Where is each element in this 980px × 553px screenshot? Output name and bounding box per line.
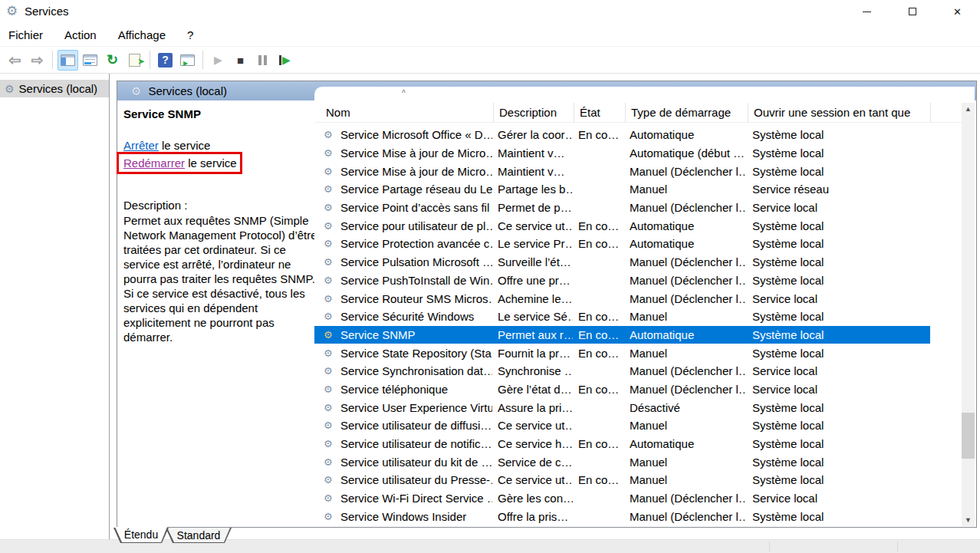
cell-type-demarrage: Manuel (Déclencher l… <box>624 165 747 178</box>
table-row[interactable]: ⚙ Service User Experience Virtu… Assure … <box>314 398 930 416</box>
service-details: Service SNMP Arrêter le service Redémarr… <box>123 107 320 120</box>
column-header-type-demarrage[interactable]: Type de démarrage <box>625 103 748 122</box>
cell-description: Ce service h… <box>492 437 573 450</box>
properties-button[interactable] <box>80 50 100 71</box>
cell-type-demarrage: Manuel <box>624 347 747 360</box>
table-row[interactable]: ⚙ Service State Repository (Sta… Fournit… <box>314 344 930 362</box>
refresh-icon: ↻ <box>107 53 118 67</box>
table-row[interactable]: ⚙ Service Synchronisation dat… Synchroni… <box>314 362 930 380</box>
cell-description: Ce service ut… <box>492 473 573 486</box>
scrollbar-thumb[interactable] <box>962 413 975 459</box>
table-row[interactable]: ⚙ Service PushToInstall de Win… Offre un… <box>314 272 930 290</box>
cell-etat: En co… <box>573 437 624 450</box>
menu-action[interactable]: Action <box>54 23 107 46</box>
cell-nom: Service téléphonique <box>340 383 492 396</box>
maximize-button[interactable] <box>890 0 935 23</box>
service-gear-icon: ⚙ <box>324 202 336 212</box>
service-gear-icon: ⚙ <box>324 239 336 249</box>
menu-affichage[interactable]: Affichage <box>107 23 176 46</box>
table-row[interactable]: ⚙ Service utilisateur du Presse-… Ce ser… <box>314 471 930 489</box>
tab-etendu[interactable]: Étendu <box>113 528 169 543</box>
start-service-button[interactable]: ▶ <box>208 50 229 71</box>
table-row[interactable]: ⚙ Service Microsoft Office « D… Gérer la… <box>314 126 930 144</box>
minimize-button[interactable] <box>844 0 890 23</box>
tab-standard[interactable]: Standard <box>166 528 232 543</box>
cell-type-demarrage: Manuel (Déclencher l… <box>624 274 747 287</box>
restart-service-link[interactable]: Redémarrer <box>123 156 185 170</box>
service-gear-icon: ⚙ <box>324 493 336 503</box>
column-header-etat[interactable]: État <box>574 103 625 122</box>
service-gear-icon: ⚙ <box>324 275 336 285</box>
table-row[interactable]: ⚙ Service Partage réseau du Le… Partage … <box>314 180 930 199</box>
show-action-pane-button[interactable]: ▶ <box>177 50 198 71</box>
selected-service-name: Service SNMP <box>123 107 320 120</box>
cell-nom: Service Microsoft Office « D… <box>340 128 492 141</box>
tab-standard-label: Standard <box>166 528 231 542</box>
table-row[interactable]: ⚙ Service utilisateur de diffusi… Ce ser… <box>314 416 930 435</box>
cell-nom: Service State Repository (Sta… <box>340 347 492 360</box>
table-row[interactable]: ⚙ Service pour utilisateur de pl… Ce ser… <box>314 216 930 235</box>
cell-nom: Service Synchronisation dat… <box>340 364 492 377</box>
table-row[interactable]: ⚙ Service Protection avancée c… Le servi… <box>314 235 930 253</box>
refresh-button[interactable]: ↻ <box>102 50 123 71</box>
show-console-tree-button[interactable] <box>58 50 78 71</box>
pause-service-button[interactable] <box>252 50 273 71</box>
column-header-description[interactable]: Description <box>493 103 574 122</box>
column-header-nom[interactable]: Nom <box>314 103 493 122</box>
cell-description: Ce service ut… <box>492 419 573 432</box>
table-row[interactable]: ⚙ Service Routeur SMS Micros… Achemine l… <box>314 289 930 308</box>
menu-fichier[interactable]: Fichier <box>0 23 54 46</box>
cell-type-demarrage: Automatique (début … <box>624 146 747 160</box>
table-row[interactable]: ⚙ Service Windows Insider Offre la pris…… <box>314 507 930 525</box>
table-row[interactable]: ⚙ Service téléphonique Gère l’état d… En… <box>314 380 930 399</box>
toolbar-separator <box>150 51 150 69</box>
export-list-button[interactable]: ➤ <box>124 50 145 71</box>
cell-description: Le service Pr… <box>492 237 573 250</box>
cell-nom: Service utilisateur du Presse-… <box>340 473 492 486</box>
menu-help[interactable]: ? <box>176 23 204 46</box>
service-gear-icon: ⚙ <box>324 184 336 194</box>
table-row[interactable]: ⚙ Service SNMP Permet aux r… En co… Auto… <box>314 326 930 344</box>
restart-service-button[interactable]: ▶ <box>275 50 295 71</box>
show-console-tree-icon <box>61 54 75 66</box>
close-button[interactable]: ✕ <box>935 0 980 23</box>
cell-session: Système local <box>747 437 930 450</box>
cell-session: Service local <box>747 364 930 377</box>
stop-service-button[interactable]: ■ <box>230 50 251 71</box>
help-button[interactable]: ? <box>155 50 176 71</box>
cell-type-demarrage: Désactivé <box>624 401 747 414</box>
scroll-down-icon[interactable]: ▼ <box>962 514 975 526</box>
table-row[interactable]: ⚙ Service Mise à jour de Micro… Maintien… <box>314 144 930 163</box>
table-row[interactable]: ⚙ Service Point d’accès sans fil … Perme… <box>314 199 930 217</box>
forward-icon: ⇨ <box>31 53 44 67</box>
tree-item-services-local[interactable]: ⚙ Services (local) <box>0 80 109 97</box>
table-row[interactable]: ⚙ Service Sécurité Windows Le service Sé… <box>314 308 930 326</box>
table-row[interactable]: ⚙ Service utilisateur du kit de … Servic… <box>314 453 930 471</box>
table-row[interactable]: ⚙ Service Mise à jour de Micro… Maintien… <box>314 162 930 180</box>
column-header-session[interactable]: Ouvrir une session en tant que <box>748 103 931 122</box>
scroll-up-icon[interactable]: ▲ <box>962 103 975 115</box>
stop-service-link[interactable]: Arrêter <box>123 139 159 152</box>
vertical-scrollbar[interactable]: ▲ ▼ <box>962 103 975 526</box>
service-gear-icon: ⚙ <box>324 420 336 430</box>
service-gear-icon: ⚙ <box>324 148 336 158</box>
service-gear-icon: ⚙ <box>324 457 336 467</box>
cell-nom: Service Wi-Fi Direct Service … <box>340 492 492 505</box>
maximize-icon <box>909 8 916 15</box>
pause-service-icon <box>258 55 267 65</box>
cell-nom: Service Windows Insider <box>340 510 492 523</box>
table-row[interactable]: ⚙ Service utilisateur de notific… Ce ser… <box>314 435 930 453</box>
status-bar-divider <box>769 541 770 551</box>
forward-button[interactable]: ⇨ <box>27 50 48 71</box>
tab-etendu-label: Étendu <box>114 527 168 542</box>
cell-type-demarrage: Manuel <box>624 183 747 196</box>
table-row[interactable]: ⚙ Service Wi-Fi Direct Service … Gère le… <box>314 489 930 508</box>
table-row[interactable]: ⚙ Service Pulsation Microsoft … Surveill… <box>314 253 930 272</box>
restart-service-suffix: le service <box>185 156 237 170</box>
cell-description: Maintient v… <box>492 165 573 178</box>
cell-description: Le service Sé… <box>492 310 573 323</box>
cell-nom: Service Routeur SMS Micros… <box>340 292 492 305</box>
cell-type-demarrage: Manuel (Déclencher l… <box>624 492 747 505</box>
console-tree-panel: ⚙ Services (local) <box>0 74 110 539</box>
back-button[interactable]: ⇦ <box>5 50 25 71</box>
